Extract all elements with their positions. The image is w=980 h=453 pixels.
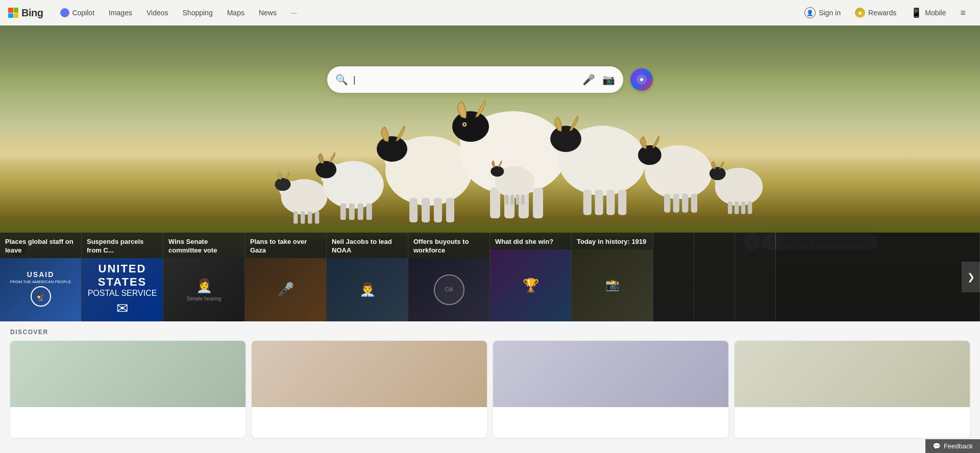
camera-icon[interactable]: 📷	[602, 73, 615, 86]
hero-section: 🔍 🎤 📷 📍 Baa, baa, black sheep? No	[0, 0, 980, 321]
news-card-title: Places global staff on leave	[0, 233, 81, 258]
news-card-title: Offers buyouts to workforce	[408, 233, 489, 258]
news-card-image: 👨‍💼	[327, 258, 408, 321]
nav-more[interactable]: ···	[284, 0, 304, 26]
header-right: 👤 Sign in ★ Rewards 📱 Mobile ≡	[798, 4, 972, 21]
news-card-noaa[interactable]: Neil Jacobs to lead NOAA 👨‍💼	[327, 233, 408, 321]
discover-card-2[interactable]	[252, 341, 487, 438]
svg-rect-55	[505, 195, 509, 205]
feedback-icon: 💬	[933, 442, 941, 450]
svg-point-24	[452, 111, 489, 142]
search-input[interactable]	[353, 74, 575, 85]
rewards-button[interactable]: ★ Rewards	[849, 5, 902, 21]
nav-copilot[interactable]: Copilot	[53, 0, 102, 26]
discover-card-image-1	[10, 341, 246, 407]
search-icon: 🔍	[335, 73, 348, 86]
news-card-title: Plans to take over Gaza	[245, 233, 326, 258]
bing-logo-text: Bing	[21, 7, 43, 19]
mobile-icon: 📱	[911, 7, 922, 18]
copilot-search-button[interactable]	[630, 68, 653, 91]
news-card-image: CIA	[408, 258, 489, 321]
user-avatar-icon: 👤	[804, 7, 816, 18]
svg-rect-19	[422, 198, 430, 222]
news-card-usps[interactable]: Suspends parcels from C... UNITED STATES…	[82, 233, 163, 321]
news-card-filler-2[interactable]	[694, 233, 735, 321]
microsoft-logo	[8, 8, 18, 18]
discover-card-4[interactable]	[734, 341, 970, 438]
discover-card-image-2	[252, 341, 487, 407]
svg-rect-51	[748, 202, 752, 214]
logo-area[interactable]: Bing	[8, 7, 43, 19]
svg-rect-41	[664, 194, 670, 213]
mobile-button[interactable]: 📱 Mobile	[904, 4, 952, 21]
news-card-title: Neil Jacobs to lead NOAA	[327, 233, 408, 258]
news-card-title: Today in history: 1919	[572, 233, 653, 249]
svg-rect-28	[533, 188, 543, 218]
discover-grid	[0, 341, 980, 438]
svg-rect-37	[618, 190, 626, 215]
svg-point-10	[315, 161, 336, 179]
news-card-title: What did she win?	[490, 233, 571, 249]
news-card-usaid[interactable]: Places global staff on leave USAID FROM …	[0, 233, 82, 321]
svg-rect-6	[308, 211, 312, 224]
svg-rect-4	[293, 211, 298, 224]
discover-header: DISCOVER	[0, 321, 980, 341]
copilot-icon	[60, 8, 69, 17]
nav-images[interactable]: Images	[102, 0, 139, 26]
nav-maps[interactable]: Maps	[220, 0, 252, 26]
news-next-button[interactable]: ❯	[962, 262, 980, 292]
svg-rect-49	[734, 202, 739, 214]
news-card-filler-last	[776, 233, 980, 321]
rewards-icon: ★	[855, 8, 865, 18]
svg-rect-43	[682, 194, 688, 213]
news-card-history[interactable]: Today in history: 1919 📸	[572, 233, 653, 321]
svg-rect-20	[434, 198, 442, 222]
news-card-image: USAID FROM THE AMERICAN PEOPLE 🦅	[0, 258, 81, 321]
svg-rect-35	[595, 190, 603, 215]
news-card-filler-1[interactable]	[653, 233, 694, 321]
nav-videos[interactable]: Videos	[139, 0, 176, 26]
discover-card-image-3	[493, 341, 728, 407]
news-card-filler-3[interactable]	[735, 233, 776, 321]
svg-point-3	[275, 178, 291, 191]
nav-news[interactable]: News	[252, 0, 284, 26]
svg-rect-18	[409, 198, 418, 222]
svg-rect-56	[510, 195, 514, 205]
svg-point-40	[638, 145, 662, 165]
news-card-image: 📸	[572, 249, 653, 321]
svg-rect-42	[673, 194, 679, 213]
svg-rect-5	[301, 211, 305, 224]
svg-point-54	[491, 166, 504, 177]
svg-rect-14	[366, 204, 372, 220]
svg-point-30	[463, 123, 465, 125]
news-card-image: 🏆	[490, 249, 571, 321]
svg-point-47	[709, 167, 726, 180]
svg-rect-48	[728, 202, 732, 214]
nav-shopping[interactable]: Shopping	[176, 0, 220, 26]
svg-point-33	[550, 126, 581, 152]
news-card-image: 🎤	[245, 258, 326, 321]
signin-button[interactable]: 👤 Sign in	[798, 4, 847, 21]
news-card-win[interactable]: What did she win? 🏆	[490, 233, 572, 321]
news-card-image: UNITED STATES POSTAL SERVICE ✉	[82, 258, 163, 321]
discover-card-3[interactable]	[493, 341, 728, 438]
news-card-gaza[interactable]: Plans to take over Gaza 🎤	[245, 233, 327, 321]
voice-icon[interactable]: 🎤	[580, 71, 597, 88]
svg-rect-7	[315, 211, 319, 224]
svg-rect-50	[741, 202, 746, 214]
svg-rect-57	[516, 195, 520, 205]
svg-rect-11	[340, 204, 346, 220]
svg-rect-36	[606, 190, 615, 215]
discover-card-1[interactable]	[10, 341, 246, 438]
feedback-button[interactable]: 💬 Feedback	[925, 439, 980, 453]
news-card-cia[interactable]: Offers buyouts to workforce CIA	[408, 233, 490, 321]
svg-rect-12	[349, 204, 355, 220]
svg-rect-21	[446, 198, 454, 222]
header: Bing Copilot Images Videos Shopping Maps…	[0, 0, 980, 26]
news-card-title: Suspends parcels from C...	[82, 233, 163, 258]
hamburger-menu-button[interactable]: ≡	[954, 5, 972, 21]
svg-rect-13	[358, 204, 363, 220]
svg-rect-25	[490, 188, 500, 218]
news-card-senate[interactable]: Wins Senate committee vote 👩‍💼 Senate he…	[163, 233, 245, 321]
search-box: 🔍 🎤 📷	[327, 66, 623, 93]
